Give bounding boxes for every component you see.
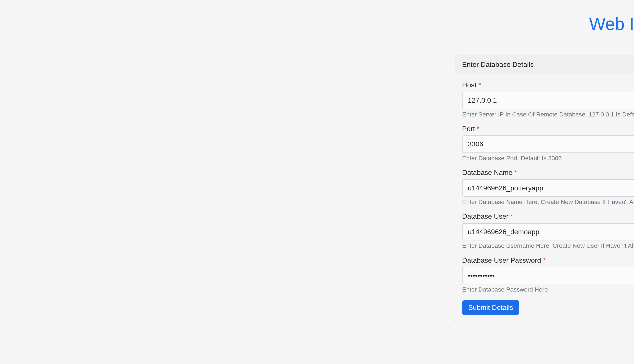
dbuser-help-text: Enter Database Username Here, Create New… (462, 242, 634, 249)
host-label-text: Host (462, 81, 478, 89)
required-marker: * (543, 256, 546, 264)
dbuser-label-text: Database User (462, 212, 510, 220)
dbname-input[interactable] (462, 179, 634, 197)
port-help-text: Enter Database Port. Default Is 3306 (462, 154, 634, 162)
card-header: Enter Database Details (455, 55, 634, 74)
required-marker: * (478, 81, 481, 89)
dbuser-form-group: Database User * Enter Database Username … (462, 212, 634, 249)
dbpassword-input[interactable] (462, 267, 634, 284)
dbpassword-help-text: Enter Database Password Here (462, 286, 634, 293)
host-label: Host * (462, 81, 634, 89)
dbpassword-label-text: Database User Password (462, 256, 543, 264)
card-body: Host * Enter Server IP In Case Of Remote… (455, 74, 634, 322)
page-title: Web Installer (455, 14, 634, 34)
host-input[interactable] (462, 92, 634, 109)
dbpassword-form-group: Database User Password * Enter Database … (462, 256, 634, 293)
dbname-label: Database Name * (462, 169, 634, 176)
port-label: Port * (462, 125, 634, 133)
port-input[interactable] (462, 136, 634, 153)
dbname-label-text: Database Name (462, 169, 514, 176)
host-help-text: Enter Server IP In Case Of Remote Databa… (462, 111, 634, 118)
dbuser-label: Database User * (462, 212, 634, 220)
dbpassword-label: Database User Password * (462, 256, 634, 264)
dbname-help-text: Enter Database Name Here, Create New Dat… (462, 198, 634, 206)
submit-button[interactable]: Submit Details (462, 300, 519, 315)
port-label-text: Port (462, 125, 477, 132)
dbuser-input[interactable] (462, 223, 634, 241)
database-details-card: Enter Database Details Host * Enter Serv… (455, 55, 634, 322)
required-marker: * (510, 212, 513, 220)
dbname-form-group: Database Name * Enter Database Name Here… (462, 169, 634, 206)
required-marker: * (514, 169, 517, 176)
host-form-group: Host * Enter Server IP In Case Of Remote… (462, 81, 634, 118)
port-form-group: Port * Enter Database Port. Default Is 3… (462, 125, 634, 162)
required-marker: * (477, 125, 480, 132)
